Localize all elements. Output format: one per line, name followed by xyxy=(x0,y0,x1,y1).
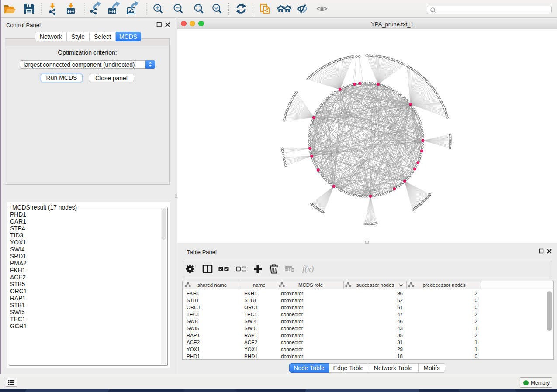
svg-text:f(x): f(x) xyxy=(302,264,314,274)
